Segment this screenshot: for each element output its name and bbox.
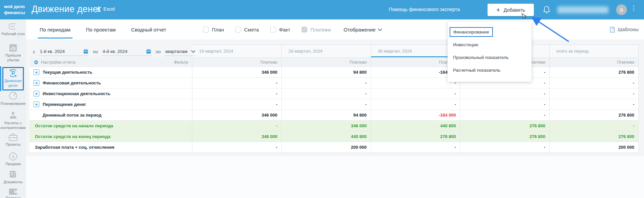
cell-r1c1: 346 000 — [192, 67, 282, 78]
sidebar-item-label: Платежи — [6, 196, 21, 198]
tab-summary-report[interactable]: Сводный отчет — [130, 20, 167, 39]
row-label-text: Инвестиционная деятельность — [43, 91, 110, 96]
cell-r7c3: 276 800 — [371, 131, 460, 142]
period-from-input[interactable]: 1-й кв. 2024 — [39, 48, 89, 56]
sidebar-item-6[interactable]: Проекты — [0, 133, 26, 147]
sidebar-item-3[interactable]: Движение денег — [0, 68, 26, 88]
calendar-icon — [146, 49, 151, 54]
expand-plus-icon[interactable]: + — [34, 69, 39, 75]
period-filters: с 1-й кв. 2024 по 4-й кв. 2024 по кварта… — [33, 48, 195, 56]
add-button[interactable]: + Добавить — [488, 4, 534, 16]
brand-logo[interactable]: моё дело финансы — [4, 4, 25, 15]
row-label-text: Остаток средств на начало периода — [35, 123, 113, 128]
cell-r1c5: 276 800 — [550, 67, 639, 78]
excel-export-button[interactable]: Excel — [96, 6, 115, 12]
notifications-bell-icon[interactable] — [542, 5, 551, 16]
column-header-2: 2й квартал, 2024 — [282, 45, 371, 58]
sidebar-item-2[interactable]: Прибыли убытки — [0, 44, 26, 63]
sidebar-item-1[interactable]: Рабочий стол — [0, 22, 26, 37]
svg-text:$: $ — [12, 154, 14, 159]
cell-r5c3: -164 000 — [371, 110, 460, 121]
sidebar-item-9[interactable]: Платежи — [0, 188, 26, 198]
cell-r4c2: - — [282, 99, 371, 110]
period-to-input[interactable]: 4-й кв. 2024 — [102, 48, 152, 56]
templates-label: Шаблоны — [618, 27, 639, 32]
menu-item-1[interactable]: Финансирование — [448, 25, 532, 38]
chevron-down-icon — [378, 27, 382, 31]
templates-button[interactable]: Шаблоны — [610, 26, 639, 33]
financial-expert-help-link[interactable]: Помощь финансового эксперта — [389, 7, 460, 12]
row-label-1: +Текущая деятельность — [30, 67, 192, 78]
row-label-text: Заработная плата + соц. отчисления — [35, 145, 114, 150]
add-button-label: Добавить — [504, 7, 525, 13]
cell-r7c5: 276 800 — [550, 131, 639, 142]
avatar-letter: B — [620, 7, 623, 13]
cashflow-ruble-icon — [0, 68, 26, 78]
cell-r5c2: 94 800 — [282, 110, 371, 121]
avatar[interactable]: B — [616, 4, 627, 15]
cell-r7c4: 276 800 — [460, 131, 550, 142]
to-label: по — [93, 49, 98, 56]
sidebar-item-label: Движение денег — [4, 79, 21, 87]
cell-r3c3: - — [371, 88, 460, 99]
expand-plus-icon[interactable]: + — [34, 102, 39, 107]
period-granularity-select[interactable]: кварталам — [165, 48, 195, 56]
cell-r6c1: - — [192, 121, 282, 131]
template-doc-icon — [610, 26, 615, 33]
sidebar-item-5[interactable]: Расчеты с контрагентами — [0, 111, 26, 130]
row-label-6: Остаток средств на начало периода — [30, 121, 192, 131]
cell-r3c5: - — [550, 88, 639, 99]
row-label-text: Финансовая деятельность — [43, 80, 101, 85]
calendar-icon — [83, 49, 88, 54]
cell-r3c2: - — [282, 88, 371, 99]
gear-icon — [34, 60, 39, 65]
checkbox-label: Факт — [279, 27, 290, 32]
row-label-text: Денежный поток за период — [43, 113, 101, 118]
expand-plus-icon[interactable]: + — [34, 91, 39, 96]
sidebar-item-4[interactable]: Планирование — [0, 91, 26, 106]
menu-item-3[interactable]: Произвольный показатель — [448, 51, 532, 64]
row-label-2: +Финансовая деятельность — [30, 78, 192, 88]
user-name-blurred[interactable] — [557, 6, 608, 13]
expand-plus-icon[interactable]: + — [34, 80, 39, 86]
report-settings-cell: Настройки отчета Фильтр — [30, 58, 192, 67]
checkbox-box — [302, 27, 307, 32]
checkbox-label: Платежи — [310, 27, 331, 32]
menu-item-2[interactable]: Инвестиции — [448, 38, 532, 51]
payments-wallet-icon — [0, 188, 26, 195]
cashflow-table: 1й квартал, 20242й квартал, 20243й кварт… — [30, 45, 639, 153]
page-title: Движение денег — [32, 4, 101, 14]
cell-r4c5: - — [550, 99, 639, 110]
cell-r6c4: 276 800 — [460, 121, 550, 131]
menu-item-4[interactable]: Расчетный показатель — [448, 64, 532, 76]
kebab-menu-icon[interactable]: ⋮ — [631, 5, 637, 12]
sidebar-item-7[interactable]: $Продажи — [0, 152, 26, 167]
cell-r2c1: - — [192, 78, 282, 88]
top-header: моё дело финансы Движение денег Excel По… — [0, 0, 644, 19]
row-label-3: +Инвестиционная деятельность — [30, 88, 192, 99]
filter-button[interactable]: Фильтр — [174, 60, 188, 65]
checkbox-1[interactable]: План — [203, 27, 224, 32]
cell-r4c4: - — [460, 99, 550, 110]
period-from-value: 1-й кв. 2024 — [40, 49, 65, 54]
sidebar-item-label: Документы — [4, 180, 23, 184]
cell-r5c4: - — [460, 110, 550, 121]
checkbox-4: Платежи — [302, 27, 331, 32]
tab-by-periods[interactable]: По периодам — [39, 20, 71, 39]
sidebar-item-8[interactable]: Документы — [0, 170, 26, 185]
tab-by-projects[interactable]: По проектам — [85, 20, 117, 39]
checkbox-2[interactable]: Смета — [235, 27, 259, 32]
sidebar-item-label: Рабочий стол — [1, 32, 25, 36]
checkbox-3[interactable]: Факт — [270, 27, 290, 32]
cell-r8c1: - — [192, 142, 282, 153]
cell-r7c2: 440 800 — [282, 131, 371, 142]
row-label-4: +Перемещение денег — [30, 99, 192, 110]
by-label: по — [156, 49, 161, 56]
cell-r8c2: 200 000 — [282, 142, 371, 153]
cell-r6c3: 440 800 — [371, 121, 460, 131]
checkbox-box — [270, 27, 276, 32]
cell-r2c2: - — [282, 78, 371, 88]
display-options-toggle[interactable]: Отображение — [343, 27, 381, 32]
report-settings-button[interactable]: Настройки отчета — [34, 60, 76, 65]
menu-label: Расчетный показатель — [453, 68, 500, 73]
